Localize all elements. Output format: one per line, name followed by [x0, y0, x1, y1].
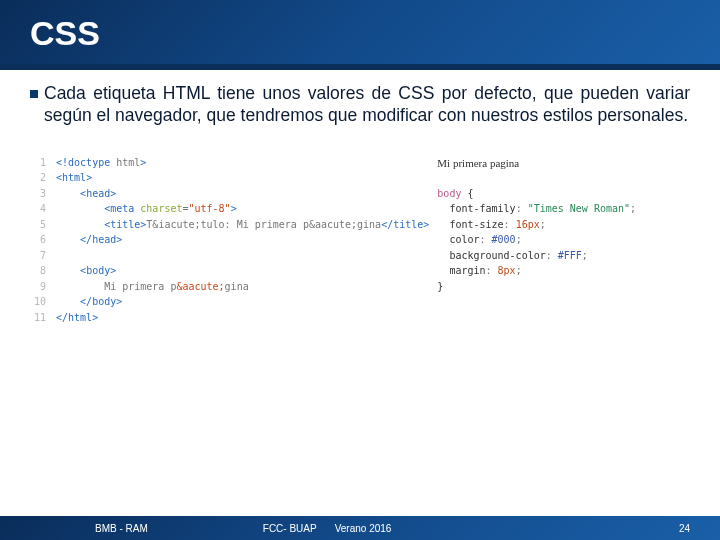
- code-line: background-color: #FFF;: [437, 248, 690, 264]
- css-code: body { font-family: "Times New Roman"; f…: [437, 186, 690, 295]
- line-num: 2: [30, 170, 46, 186]
- preview-title: Mi primera pagina: [437, 155, 690, 172]
- line-num: 10: [30, 294, 46, 310]
- code-line: font-family: "Times New Roman";: [437, 201, 690, 217]
- slide-body: Cada etiqueta HTML tiene unos valores de…: [0, 70, 720, 325]
- code-line: <head>: [56, 186, 429, 202]
- line-num: 9: [30, 279, 46, 295]
- code-line: <title>T&iacute;tulo: Mi primera p&aacut…: [56, 217, 429, 233]
- slide-header: CSS: [0, 0, 720, 70]
- code-line: </html>: [56, 310, 429, 326]
- code-line: <!doctype html>: [56, 155, 429, 171]
- line-num: 5: [30, 217, 46, 233]
- line-num: 4: [30, 201, 46, 217]
- html-code: <!doctype html> <html> <head> <meta char…: [56, 155, 429, 326]
- footer-page-number: 24: [679, 523, 690, 534]
- line-num: 8: [30, 263, 46, 279]
- line-number-gutter: 1 2 3 4 5 6 7 8 9 10 11: [30, 155, 56, 326]
- line-num: 6: [30, 232, 46, 248]
- code-line: [56, 248, 429, 264]
- code-line: }: [437, 279, 690, 295]
- paragraph-text: Cada etiqueta HTML tiene unos valores de…: [44, 82, 690, 127]
- code-line: font-size: 16px;: [437, 217, 690, 233]
- code-line: </body>: [56, 294, 429, 310]
- code-line: body {: [437, 186, 690, 202]
- code-line: <body>: [56, 263, 429, 279]
- code-example: 1 2 3 4 5 6 7 8 9 10 11 <!doctype html> …: [30, 155, 690, 326]
- line-num: 7: [30, 248, 46, 264]
- footer-author: BMB - RAM: [95, 523, 148, 534]
- code-line: </head>: [56, 232, 429, 248]
- code-line: color: #000;: [437, 232, 690, 248]
- line-num: 1: [30, 155, 46, 171]
- css-preview-pane: Mi primera pagina body { font-family: "T…: [429, 155, 690, 326]
- footer-org: FCC- BUAP: [263, 523, 317, 534]
- line-num: 11: [30, 310, 46, 326]
- line-num: 3: [30, 186, 46, 202]
- slide-title: CSS: [30, 14, 690, 53]
- bullet-paragraph: Cada etiqueta HTML tiene unos valores de…: [30, 82, 690, 127]
- code-line: margin: 8px;: [437, 263, 690, 279]
- html-code-pane: 1 2 3 4 5 6 7 8 9 10 11 <!doctype html> …: [30, 155, 429, 326]
- footer-term: Verano 2016: [335, 523, 392, 534]
- code-line: <meta charset="utf-8">: [56, 201, 429, 217]
- code-line: <html>: [56, 170, 429, 186]
- code-line: Mi primera p&aacute;gina: [56, 279, 429, 295]
- bullet-icon: [30, 90, 38, 98]
- slide-footer: BMB - RAM FCC- BUAP Verano 2016 24: [0, 516, 720, 540]
